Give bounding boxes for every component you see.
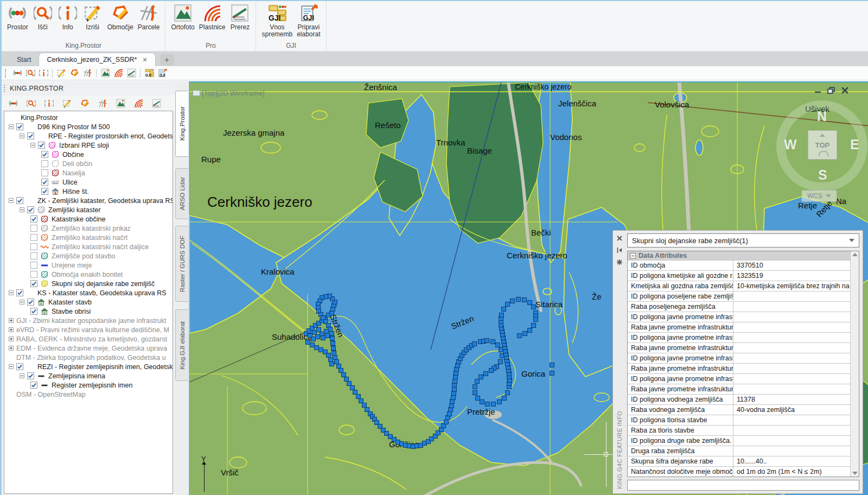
tree-item-zemljepisna-imena[interactable]: Zemljepisna imena <box>4 371 173 380</box>
tree-expander[interactable] <box>9 346 14 351</box>
selection-grip[interactable] <box>473 390 477 395</box>
tree-item-zemlji-ko-katastrski-na-rt-daljice[interactable]: Zemljiško katastrski načrt daljice <box>4 242 173 251</box>
attribute-row[interactable]: ID poligona druge rabe zemljišča. <box>628 435 850 446</box>
checkbox-checked[interactable] <box>16 197 23 204</box>
restore-icon[interactable] <box>827 87 835 96</box>
gji-doc-icon[interactable]: GJI <box>156 68 168 78</box>
side-tab-king-prostor[interactable]: King.Prostor <box>175 91 188 157</box>
checkbox-checked[interactable] <box>16 289 23 296</box>
attribute-row[interactable]: Druga raba zemljišča <box>628 446 850 456</box>
selection-grip[interactable] <box>498 359 503 364</box>
attribute-row[interactable]: ID poligona poseljene rabe zemljišča <box>628 291 850 301</box>
attribute-row[interactable]: ID območja3370510 <box>628 260 850 270</box>
tree-item-katastrske-ob-ine[interactable]: Katastrske občine <box>4 214 173 224</box>
selection-grip[interactable] <box>472 341 477 346</box>
compass-east[interactable]: E <box>850 137 859 153</box>
checkbox-checked[interactable] <box>27 132 34 139</box>
attribute-row[interactable]: ID poligona tlorisa stavbe <box>628 415 850 425</box>
tree-item-ob-ine[interactable]: Občine <box>4 150 173 159</box>
close-icon[interactable]: ✕ <box>142 56 147 64</box>
checkbox-checked[interactable] <box>16 363 23 370</box>
selection-grip[interactable] <box>527 328 532 333</box>
selection-grip[interactable] <box>483 371 488 376</box>
selection-grip[interactable] <box>502 396 507 401</box>
selection-grip[interactable] <box>550 371 554 376</box>
ribbon-button-info[interactable]: Info <box>55 2 80 33</box>
close-icon[interactable] <box>616 234 623 242</box>
ribbon-button-prerez[interactable]: Prerez <box>227 2 252 33</box>
attribute-row[interactable]: Natančnost določitve meje območjaod 1m d… <box>628 466 850 477</box>
minimize-icon[interactable] <box>814 87 822 96</box>
tree-item-skupni-sloj-dejanske-rabe-zemlji[interactable]: Skupni sloj dejanske rabe zemljišč <box>4 279 173 288</box>
attribute-row[interactable]: Raba vodnega zemljišča40-vodna zemljišča <box>628 404 850 415</box>
close-icon[interactable] <box>841 87 849 96</box>
compass-south[interactable]: S <box>818 167 827 183</box>
ribbon-button-ortofoto[interactable]: Ortofoto <box>169 2 196 33</box>
tree-item-evrd-pravni-re-imi-varstva-kulturne-dedi-ine-m[interactable]: eVRD - Pravni režimi varstva kulturne de… <box>4 325 173 334</box>
checkbox-unchecked[interactable] <box>30 234 37 241</box>
selection-grip[interactable] <box>533 317 538 322</box>
tree-item-stavbe-obrisi[interactable]: Stavbe obrisi <box>4 307 173 316</box>
checkbox-checked[interactable] <box>30 215 37 223</box>
selection-grip[interactable] <box>473 384 477 389</box>
tree-item-zemlji-ko-katastrski-prikaz[interactable]: Zemljiško katastrski prikaz <box>4 224 173 233</box>
tree-item-obmo-ja-enakih-bonitet[interactable]: Območja enakih bonitet <box>4 270 173 279</box>
attribute-row[interactable]: ID poligona javne prometne infrastruk <box>628 353 850 363</box>
tree-expander[interactable] <box>9 290 14 295</box>
checkbox-checked[interactable] <box>41 188 48 195</box>
tree-expander[interactable] <box>20 373 24 378</box>
selection-grip[interactable] <box>495 342 500 347</box>
info-icon[interactable] <box>37 68 49 78</box>
selection-grip[interactable] <box>480 399 484 404</box>
selection-grip[interactable] <box>329 361 334 366</box>
attribute-row[interactable]: Raba poseljenega zemljišča <box>628 301 850 312</box>
attribute-scrollbar[interactable] <box>850 251 859 477</box>
new-tab-button[interactable]: + <box>160 54 174 65</box>
side-tab-king-gji-elaborat[interactable]: King.GJI elaborat <box>175 309 188 381</box>
side-tab-arso-lidar[interactable]: ARSO Lidar <box>175 168 188 219</box>
tree-expander[interactable] <box>30 143 35 148</box>
parcels-icon[interactable] <box>97 98 108 108</box>
viewport-label[interactable]: [Top][2D Wireframe] <box>193 89 265 97</box>
selection-grip[interactable] <box>329 331 334 336</box>
selection-grip[interactable] <box>505 302 510 307</box>
checkbox-checked[interactable] <box>30 382 37 389</box>
tree-item-zemlji-ko-katastrski-na-rt[interactable]: Zemljiško katastrski načrt <box>4 233 173 242</box>
ribbon-button-pripravi-elaborat[interactable]: GJIPripravi elaborat <box>295 2 322 40</box>
feature-command-input[interactable] <box>627 480 859 491</box>
attribute-row[interactable]: Raba javne prometne infrastrukture <box>628 363 850 373</box>
selection-grip[interactable] <box>484 338 489 343</box>
tree-item-urejene-meje[interactable]: Urejene meje <box>4 261 173 270</box>
tree-item-rpe-register-prostorskih-enot-geodetska-upr[interactable]: RPE - Register prostorskih enot, Geodets… <box>4 131 173 141</box>
tree-expander[interactable] <box>9 337 14 341</box>
contours-icon[interactable] <box>132 98 144 108</box>
selection-grip[interactable] <box>516 297 521 302</box>
mountain-icon[interactable] <box>99 68 111 78</box>
checkbox-unchecked[interactable] <box>41 160 48 167</box>
checkbox-unchecked[interactable] <box>30 225 37 232</box>
ribbon-button-parcele[interactable]: Parcele <box>136 2 162 33</box>
tree-item-zemlji-ki-kataster[interactable]: Zemljiški kataster <box>4 205 173 214</box>
tree-item-kataster-stavb[interactable]: Kataster stavb <box>4 297 173 307</box>
checkbox-checked[interactable] <box>30 308 37 315</box>
selection-grip[interactable] <box>522 331 527 336</box>
selection-grip[interactable] <box>485 402 490 407</box>
map-viewport[interactable]: ŽenšnicaCerkniško jezeroJelenščicaVolovš… <box>189 81 868 495</box>
checkbox-checked[interactable] <box>27 206 34 213</box>
dots-icon[interactable] <box>11 68 23 78</box>
info-icon[interactable] <box>43 98 55 108</box>
tree-expander[interactable] <box>9 364 14 369</box>
pencil-icon[interactable] <box>55 68 67 78</box>
selection-grip[interactable] <box>325 333 330 338</box>
document-tab-cerknisko-jezero-zk-ssdr[interactable]: Cerknisko_jezero_ZK_SSDR*✕ <box>39 53 155 66</box>
selection-grip[interactable] <box>475 379 480 384</box>
checkbox-checked[interactable] <box>30 280 37 287</box>
attribute-row[interactable]: Raba javne prometne infrastrukture <box>628 342 850 353</box>
attribute-row[interactable]: ID poligona vodnega zemljišča11378 <box>628 394 850 404</box>
pencil-icon[interactable] <box>61 98 73 108</box>
attribute-row[interactable]: Raba javne prometne infrastrukture <box>628 384 850 394</box>
ribbon-button-vnos-sprememb[interactable]: GJIVnos sprememb <box>259 2 295 40</box>
selection-grip[interactable] <box>490 339 495 344</box>
side-tab-raster-gurs-dof[interactable]: Raster / GURS DOF <box>175 226 188 302</box>
selection-grip[interactable] <box>505 390 510 395</box>
